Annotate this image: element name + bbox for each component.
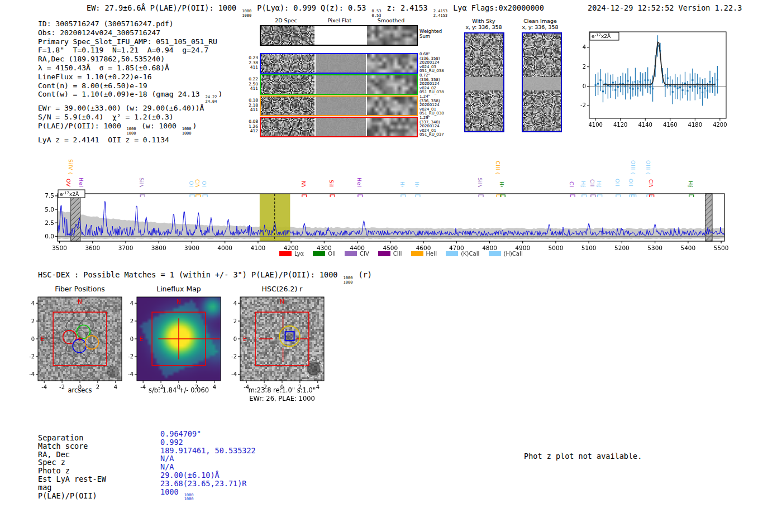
text-segment: P(LAE)/P(OII): 1000	[38, 122, 126, 130]
legend-item: CIV	[345, 251, 369, 257]
text-segment: Lyα Flags:0x20000000	[449, 3, 544, 12]
cutout-strip-images	[261, 26, 417, 45]
legend-label: (K)CaII	[461, 251, 479, 257]
panel-fiber-image	[24, 294, 136, 390]
match-table-label: P(LAE)/P(OII)	[38, 491, 97, 500]
fraction: 10001000	[242, 9, 251, 18]
text-segment: S/N = 5.9(±0.4) χ² = 1.2(±0.3)	[38, 113, 174, 121]
match-table-value: 23.68(23.65,23.71)R	[160, 479, 246, 488]
legend-label: HeII	[426, 251, 437, 257]
text-segment: Cont(w) = 1.10(±0.09)e-18 (gmag 24.13	[38, 90, 204, 98]
info-line: RA,Dec (189.917862,50.535240)	[38, 55, 222, 64]
fraction: 24.2224.04	[205, 95, 217, 104]
match-table-label: mag	[38, 483, 51, 492]
cutout-strip-images	[261, 118, 417, 136]
legend-item: CIII	[378, 251, 402, 257]
legend-swatch	[411, 251, 423, 256]
match-table-value: 1000 10001000	[160, 487, 195, 502]
panel-title: Fiber Positions	[24, 285, 136, 293]
cutout-left-label: 0.222.50411	[245, 77, 258, 92]
match-table-label: RA, Dec	[38, 450, 70, 459]
text-segment: 189.917461, 50.535322	[160, 446, 256, 455]
cutout-left-label: 0.182.18411	[245, 98, 258, 113]
cutout-strip-images	[261, 54, 417, 73]
legend-swatch	[279, 251, 292, 256]
text-segment: )	[193, 122, 197, 130]
legend-swatch	[489, 251, 501, 256]
text-segment: F=1.8" T=0.119 N=1.21 A=0.94 g=24.7	[38, 46, 208, 54]
text-segment: Primary Spec_Slot_IFU_AMP: 051_105_051_R…	[38, 37, 217, 46]
line-fit-plot	[578, 25, 735, 137]
text-segment: HSC-DEX : Possible Matches = 1 (within +…	[38, 270, 342, 279]
cutout-strip	[260, 95, 418, 116]
line-label: OIII (	[645, 160, 651, 175]
legend-item: Lyα	[279, 251, 304, 257]
info-line: P(LAE)/P(OII): 1000 10001000 (w: 1000 10…	[38, 122, 222, 136]
info-line: Obs: 20200124v024_3005716247	[38, 28, 222, 37]
hsc-match-summary: HSC-DEX : Possible Matches = 1 (within +…	[38, 270, 372, 285]
line-label: SiIV (	[68, 159, 74, 175]
text-segment: EWr = 39.00(±33.00) (w: 29.00(±6.40))Å	[38, 104, 204, 112]
detection-info-block: ID: 3005716247 (3005716247.pdf)Obs: 2020…	[38, 20, 222, 145]
fraction: 10001000	[127, 127, 136, 136]
header-datetime: 2024-12-29 12:52:52 Version 1.22.3	[588, 3, 742, 12]
info-line: Primary Spec_Slot_IFU_AMP: 051_105_051_R…	[38, 37, 222, 46]
match-table-value: N/A	[160, 454, 174, 463]
cutout-strip-images	[261, 75, 417, 94]
match-table-value: N/A	[160, 462, 174, 471]
fraction: 10001000	[184, 493, 194, 502]
header-summary: EW: 27.9±6.6Å P(LAE)/P(OII): 1000 100010…	[87, 3, 544, 18]
legend-item: HeII	[411, 251, 437, 257]
text-segment: LineFlux = 1.10(±0.22)e-16	[38, 73, 152, 81]
panel-hsc-image	[226, 294, 338, 390]
info-line: EWr = 39.00(±33.00) (w: 29.00(±6.40))Å	[38, 104, 222, 113]
text-segment: 0.992	[160, 438, 183, 447]
text-segment: 1000	[160, 487, 183, 496]
cutout-strip	[260, 25, 418, 46]
match-table-label: Est LyA rest-EW	[38, 475, 106, 483]
cutout-strip	[260, 117, 418, 137]
cutout-left-label: 0.232.38411	[245, 56, 258, 70]
weighted-sum-label: WeightedSum	[419, 29, 442, 39]
legend-label: OII	[328, 251, 336, 257]
info-line: ID: 3005716247 (3005716247.pdf)	[38, 20, 222, 28]
line-label: CIII (	[495, 161, 501, 175]
info-line: S/N = 5.9(±0.4) χ² = 1.2(±0.3)	[38, 113, 222, 122]
cutout-right-label: 1.24"(336, 358)20200124v024_01051_RU_038	[419, 95, 444, 116]
photz-note: Phot z plot not available.	[524, 452, 642, 461]
legend-item: (K)CaII	[446, 251, 479, 257]
column-header: Pixel Flat	[312, 17, 368, 23]
match-table-label: Separation	[38, 433, 83, 442]
panel-title: Lineflux Map	[123, 285, 235, 293]
cutout-right-label: 0.72"(336, 358)20200124v024_02051_RU_038	[419, 74, 444, 95]
text-segment: P(Lyα): 0.999 Q(z): 0.53	[252, 3, 370, 12]
info-line: F=1.8" T=0.119 N=1.21 A=0.94 g=24.7	[38, 46, 222, 55]
match-table-value: 0.964709"	[160, 429, 201, 438]
line-label: OIII (	[630, 160, 636, 175]
info-line: LineFlux = 1.10(±0.22)e-16	[38, 73, 222, 82]
fraction: 10001000	[344, 276, 353, 285]
fraction: 2.41532.4153	[433, 9, 447, 18]
panel-title: HSC(26.2) r	[226, 285, 338, 293]
match-table-label: Photo z	[38, 466, 70, 475]
cutout-left-label: 0.081.26412	[245, 119, 258, 134]
cutout-strip-images	[261, 97, 417, 115]
text-segment: RA,Dec (189.917862,50.535240)	[38, 55, 165, 63]
text-segment: )	[218, 90, 223, 98]
text-segment: EW: 27.9±6.6Å P(LAE)/P(OII): 1000	[87, 3, 241, 12]
elixer-report-page: EW: 27.9±6.6Å P(LAE)/P(OII): 1000 100010…	[0, 0, 782, 532]
column-header: 2D Spec	[258, 17, 314, 23]
text-segment: (w: 1000	[137, 122, 180, 130]
text-segment: 29.00(±6.10)Å	[160, 471, 220, 480]
cutout-strip	[260, 74, 418, 95]
legend-label: CIII	[393, 251, 402, 257]
fraction: 0.530.53	[372, 9, 382, 18]
text-segment: N/A	[160, 454, 174, 463]
text-segment: 0.964709"	[160, 429, 201, 438]
sky-column-image	[522, 32, 562, 132]
legend-swatch	[378, 251, 390, 256]
legend-item: OII	[313, 251, 336, 257]
info-line: Cont(w) = 1.10(±0.09)e-18 (gmag 24.13 24…	[38, 90, 222, 104]
legend-label: CIV	[360, 251, 369, 257]
cutout-strip	[260, 53, 418, 74]
